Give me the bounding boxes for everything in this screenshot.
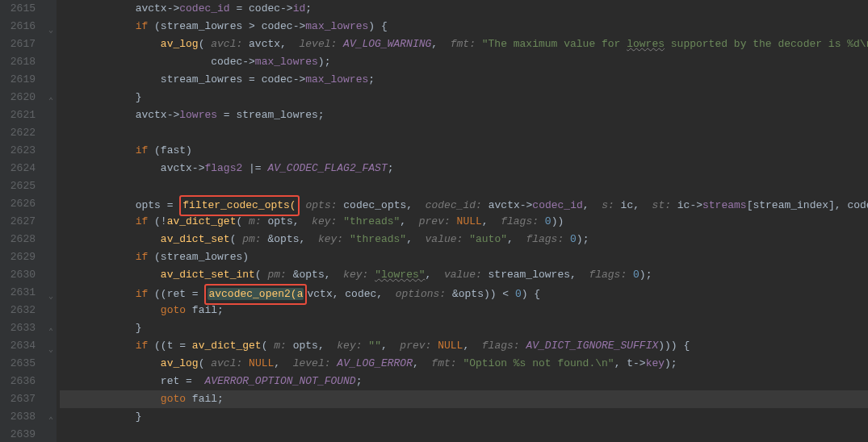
- line-number: 2616: [6, 18, 36, 35]
- line-number: 2629: [6, 248, 36, 266]
- code-line[interactable]: ret = AVERROR_OPTION_NOT_FOUND;: [60, 373, 868, 390]
- line-number: 2630: [6, 266, 36, 284]
- code-line[interactable]: codec->max_lowres);: [60, 53, 868, 71]
- line-number-gutter: 2615261626172618261926202621262226232624…: [0, 0, 45, 442]
- line-number: 2634: [6, 337, 36, 355]
- line-number: 2627: [6, 213, 36, 231]
- line-number: 2622: [6, 124, 36, 142]
- param-hint: m:: [274, 340, 287, 352]
- param-hint: prev:: [400, 340, 431, 352]
- line-number: 2637: [6, 390, 36, 408]
- line-number: 2633: [6, 319, 36, 337]
- line-number: 2636: [6, 373, 36, 390]
- line-number: 2618: [6, 53, 36, 71]
- param-hint: flags:: [482, 340, 520, 352]
- line-number: 2635: [6, 355, 36, 373]
- param-hint: opts:: [300, 199, 338, 211]
- code-line[interactable]: av_log( avcl: avctx, level: AV_LOG_WARNI…: [60, 35, 868, 53]
- fold-toggle-icon[interactable]: ⌃: [47, 323, 55, 341]
- fold-column[interactable]: ⌄⌃⌄⌃⌄⌃: [45, 0, 57, 442]
- param-hint: key:: [318, 233, 343, 245]
- line-number: 2638: [6, 408, 36, 426]
- param-hint: key:: [312, 215, 337, 227]
- param-hint: value:: [444, 269, 482, 281]
- param-hint: flags:: [589, 269, 627, 281]
- param-hint: st:: [652, 199, 671, 211]
- line-number: 2617: [6, 35, 36, 53]
- code-editor[interactable]: 2615261626172618261926202621262226232624…: [0, 0, 868, 442]
- param-hint: level:: [293, 357, 331, 369]
- code-line[interactable]: }: [60, 319, 868, 337]
- code-line[interactable]: if (stream_lowres > codec->max_lowres) {: [60, 18, 868, 35]
- param-hint: codec_id:: [426, 199, 482, 211]
- line-number: 2621: [6, 106, 36, 124]
- param-hint: flags:: [526, 233, 564, 245]
- param-hint: fmt:: [451, 38, 476, 50]
- code-line[interactable]: if (!av_dict_get( m: opts, key: "threads…: [60, 213, 868, 231]
- function-call: av_dict_set_int: [161, 269, 255, 281]
- param-hint: flags:: [501, 215, 539, 227]
- code-line[interactable]: avctx->lowres = stream_lowres;: [60, 106, 868, 124]
- code-line[interactable]: opts = filter_codec_opts( opts: codec_op…: [60, 195, 868, 213]
- param-hint: key:: [343, 269, 368, 281]
- line-number: 2632: [6, 302, 36, 319]
- param-hint: s:: [602, 199, 614, 211]
- param-hint: avcl:: [211, 357, 242, 369]
- fold-toggle-icon[interactable]: ⌄: [47, 22, 55, 40]
- fold-toggle-icon[interactable]: ⌃: [47, 412, 55, 430]
- param-hint: value:: [426, 233, 463, 245]
- code-line[interactable]: if ((t = av_dict_get( m: opts, key: "", …: [60, 337, 868, 355]
- fold-toggle-icon[interactable]: ⌄: [47, 341, 55, 359]
- code-line[interactable]: }: [60, 89, 868, 106]
- param-hint: level:: [299, 38, 337, 50]
- code-line[interactable]: avctx->codec_id = codec->id;: [60, 0, 868, 18]
- code-line[interactable]: if (fast): [60, 142, 868, 160]
- function-call: av_dict_get: [167, 215, 237, 227]
- line-number: 2631: [6, 284, 36, 302]
- code-line[interactable]: goto fail;: [60, 390, 868, 408]
- line-number: 2623: [6, 142, 36, 160]
- line-number: 2625: [6, 177, 36, 195]
- code-line[interactable]: [60, 124, 868, 142]
- code-area[interactable]: avctx->codec_id = codec->id; if (stream_…: [57, 0, 868, 442]
- code-line[interactable]: av_dict_set_int( pm: &opts, key: "lowres…: [60, 266, 868, 284]
- function-call: avcodec_open2(a: [208, 288, 303, 300]
- function-call: av_dict_set: [161, 233, 230, 245]
- code-line[interactable]: avctx->flags2 |= AV_CODEC_FLAG2_FAST;: [60, 160, 868, 177]
- line-number: 2615: [6, 0, 36, 18]
- fold-toggle-icon[interactable]: ⌃: [47, 93, 55, 110]
- param-hint: prev:: [419, 215, 451, 227]
- code-line[interactable]: [60, 426, 868, 442]
- function-call: filter_codec_opts(: [182, 199, 296, 211]
- param-hint: pm:: [267, 269, 286, 281]
- code-line[interactable]: if (stream_lowres): [60, 248, 868, 266]
- param-hint: m:: [249, 215, 262, 227]
- line-number: 2620: [6, 89, 36, 106]
- code-line[interactable]: [60, 177, 868, 195]
- function-call: av_log: [161, 357, 199, 369]
- code-line[interactable]: stream_lowres = codec->max_lowres;: [60, 71, 868, 89]
- line-number: 2639: [6, 426, 36, 442]
- param-hint: fmt:: [431, 357, 456, 369]
- param-hint: options:: [396, 288, 446, 300]
- code-line[interactable]: av_log( avcl: NULL, level: AV_LOG_ERROR,…: [60, 355, 868, 373]
- param-hint: avcl:: [211, 38, 242, 50]
- function-call: av_log: [161, 38, 199, 50]
- fold-toggle-icon[interactable]: ⌄: [47, 288, 55, 306]
- function-call: av_dict_get: [192, 340, 262, 352]
- param-hint: key:: [337, 340, 362, 352]
- line-number: 2624: [6, 160, 36, 177]
- code-line[interactable]: av_dict_set( pm: &opts, key: "threads", …: [60, 231, 868, 248]
- line-number: 2619: [6, 71, 36, 89]
- param-hint: pm:: [242, 233, 261, 245]
- line-number: 2626: [6, 195, 36, 213]
- code-line[interactable]: }: [60, 408, 868, 426]
- line-number: 2628: [6, 231, 36, 248]
- code-line[interactable]: goto fail;: [60, 302, 868, 319]
- code-line[interactable]: if ((ret = avcodec_open2(avctx, codec, o…: [60, 284, 868, 302]
